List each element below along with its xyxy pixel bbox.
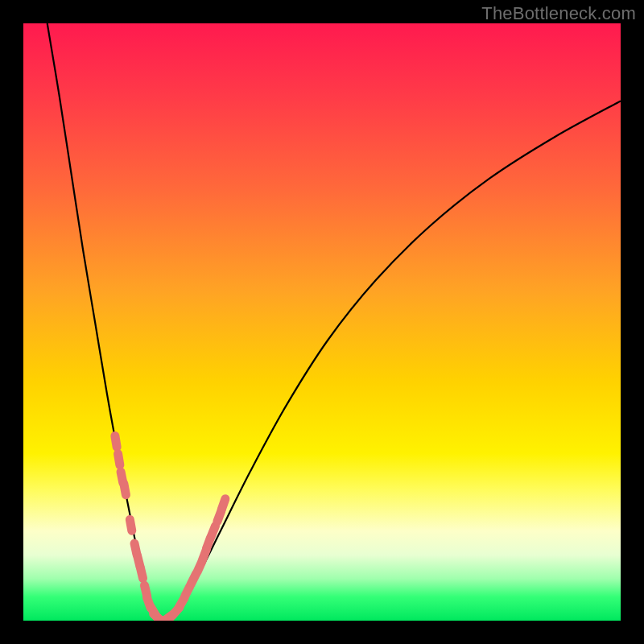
curve-marker <box>221 499 225 510</box>
watermark-text: TheBottleneck.com <box>481 3 636 24</box>
curve-marker <box>140 568 142 579</box>
plot-area <box>23 23 621 621</box>
curve-marker <box>124 484 126 495</box>
curve-layer <box>23 23 621 621</box>
curve-marker <box>130 519 131 530</box>
curve-marker <box>118 454 120 465</box>
curve-marker <box>115 436 117 447</box>
curve-marker <box>211 526 215 536</box>
